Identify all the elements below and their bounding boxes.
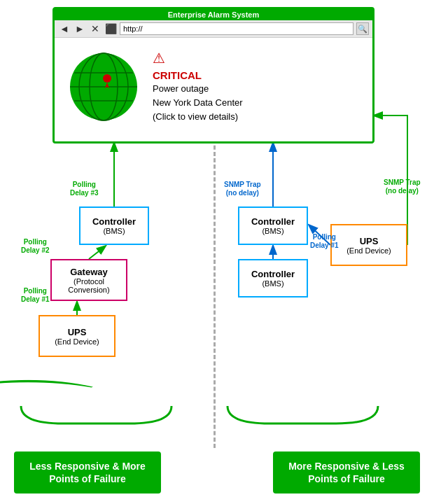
left-bottom-text: Less Responsive & More Points of Failure <box>29 461 146 484</box>
gateway-label: Gateway <box>70 267 107 277</box>
close-button[interactable]: ✕ <box>89 22 102 35</box>
diagram-container: Enterprise Alarm System ◄ ► ✕ ⬛ 🔍 <box>0 0 434 504</box>
controller-left-sub: (BMS) <box>103 227 125 235</box>
right-bottom-text: More Responsive & Less Points of Failure <box>288 461 405 484</box>
browser-titlebar: Enterprise Alarm System <box>55 9 372 20</box>
browser-title: Enterprise Alarm System <box>168 10 259 19</box>
search-button[interactable]: 🔍 <box>356 22 369 35</box>
back-button[interactable]: ◄ <box>58 22 71 35</box>
browser-toolbar: ◄ ► ✕ ⬛ 🔍 <box>55 20 372 38</box>
globe-icon <box>69 52 139 122</box>
snmp-trap-right-label: SNMP Trap(no delay) <box>384 178 421 195</box>
gateway-box: Gateway (Protocol Conversion) <box>50 259 127 301</box>
controller-right-bottom-sub: (BMS) <box>262 279 284 288</box>
browser-content: ⚠ CRITICAL Power outage New York Data Ce… <box>55 38 372 135</box>
ups-right-box: UPS (End Device) <box>330 224 407 266</box>
left-brace-visual <box>14 399 178 434</box>
alert-critical-label: CRITICAL <box>153 69 243 81</box>
controller-right-bottom-label: Controller <box>251 269 295 279</box>
controller-right-top-box: Controller (BMS) <box>238 206 308 245</box>
snmp-trap-top-label: SNMP Trap(no delay) <box>224 181 261 197</box>
polling-delay-1-left-label: PollingDelay #1 <box>21 287 50 304</box>
forward-button[interactable]: ► <box>74 22 86 35</box>
svg-point-6 <box>103 74 111 83</box>
alert-line3: (Click to view details) <box>153 111 243 123</box>
browser-window: Enterprise Alarm System ◄ ► ✕ ⬛ 🔍 <box>52 7 374 144</box>
right-brace-visual <box>220 399 385 434</box>
alert-line2: New York Data Center <box>153 97 243 109</box>
controller-right-bottom-box: Controller (BMS) <box>238 259 308 298</box>
controller-right-top-sub: (BMS) <box>262 227 284 235</box>
right-bottom-label: More Responsive & Less Points of Failure <box>273 451 420 493</box>
controller-left-box: Controller (BMS) <box>79 206 149 245</box>
gateway-sub: (Protocol Conversion) <box>55 277 122 294</box>
warning-icon: ⚠ <box>153 50 243 66</box>
ups-left-sub: (End Device) <box>55 337 99 346</box>
polling-delay-2-label: PollingDelay #2 <box>21 238 50 255</box>
ups-left-box: UPS (End Device) <box>38 315 115 357</box>
controller-left-label: Controller <box>92 216 136 227</box>
ups-left-label: UPS <box>68 327 87 337</box>
alert-content: ⚠ CRITICAL Power outage New York Data Ce… <box>153 50 243 124</box>
url-bar[interactable] <box>120 22 354 35</box>
left-bottom-label: Less Responsive & More Points of Failure <box>14 451 161 493</box>
polling-delay-1-right-label: PollingDelay #1 <box>310 233 339 250</box>
ups-right-sub: (End Device) <box>346 246 391 255</box>
ups-right-label: UPS <box>360 236 379 246</box>
controller-right-top-label: Controller <box>251 216 295 227</box>
svg-line-8 <box>89 246 105 259</box>
home-button[interactable]: ⬛ <box>104 22 117 35</box>
polling-delay-3-label: PollingDelay #3 <box>70 181 99 197</box>
alert-line1: Power outage <box>153 83 243 95</box>
